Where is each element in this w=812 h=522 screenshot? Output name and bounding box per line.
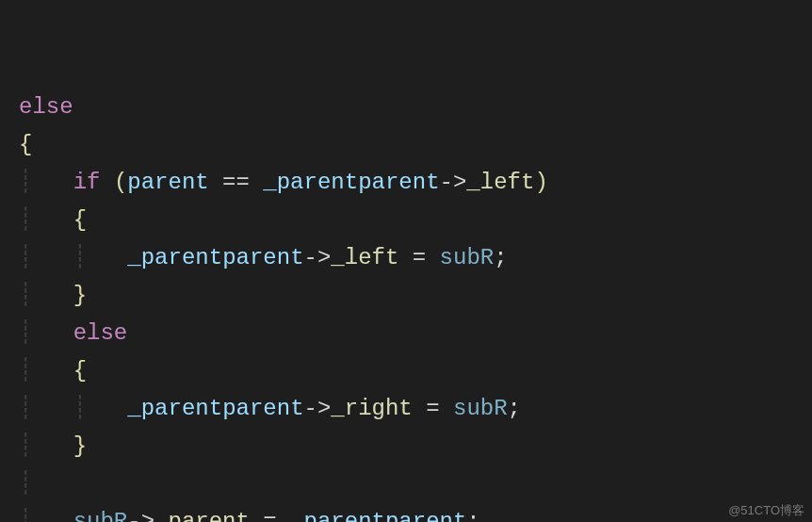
code-token: _left: [331, 245, 398, 270]
code-token: =: [398, 245, 439, 270]
code-token: [100, 170, 113, 195]
code-token: _parentparent: [290, 509, 466, 522]
code-line: {: [19, 126, 812, 164]
code-token: ==: [209, 170, 264, 195]
code-token: subR: [73, 509, 128, 522]
code-token: (: [114, 170, 127, 195]
code-token: }: [73, 433, 87, 459]
code-token: =: [250, 509, 290, 522]
code-token: else: [73, 320, 128, 346]
code-token: else: [19, 94, 73, 120]
code-token: {: [19, 132, 32, 157]
code-line: ┊ else: [19, 315, 812, 352]
code-token: ->: [440, 170, 467, 195]
indent-guide: ┊: [19, 283, 73, 308]
code-token: }: [73, 283, 87, 308]
code-line: ┊ {: [19, 352, 812, 390]
code-token: _parentparent: [127, 245, 303, 270]
code-token: ): [534, 170, 547, 195]
code-token: =: [413, 396, 453, 421]
code-line: ┊: [19, 465, 812, 503]
code-line: ┊ subR->_parent = _parentparent;: [19, 503, 812, 522]
code-line: ┊ }: [19, 277, 812, 315]
code-line: ┊ if (parent == _parentparent->_left): [19, 164, 812, 202]
code-token: _right: [331, 396, 412, 421]
code-line: ┊ }: [19, 428, 812, 465]
code-token: ->: [304, 396, 332, 421]
indent-guide: ┊: [19, 509, 73, 522]
indent-guide: ┊: [19, 207, 73, 233]
indent-guide: ┊: [19, 471, 32, 497]
code-token: subR: [453, 396, 508, 421]
code-token: ;: [494, 245, 507, 270]
indent-guide: ┊: [19, 320, 73, 346]
code-token: _parentparent: [127, 396, 303, 421]
code-token: ;: [466, 509, 479, 522]
code-token: subR: [440, 245, 495, 270]
indent-guide: ┊: [19, 358, 73, 383]
code-token: parent: [127, 170, 208, 195]
code-token: _parentparent: [263, 170, 439, 195]
indent-guide: ┊: [19, 170, 73, 195]
indent-guide: ┊: [19, 433, 73, 459]
code-token: ->: [127, 509, 154, 522]
code-token: {: [73, 358, 87, 383]
code-line: else: [19, 89, 812, 126]
code-line: ┊ {: [19, 202, 812, 239]
code-token: ;: [508, 396, 521, 421]
indent-guide: ┊ ┊: [19, 396, 127, 421]
code-token: {: [73, 207, 87, 233]
code-token: if: [73, 170, 101, 195]
indent-guide: ┊ ┊: [19, 245, 127, 270]
code-token: _left: [466, 170, 534, 195]
watermark: @51CTO博客: [728, 504, 804, 516]
code-block: else{┊ if (parent == _parentparent->_lef…: [0, 0, 812, 522]
code-line: ┊ ┊ _parentparent->_right = subR;: [19, 390, 812, 428]
code-token: ->: [304, 245, 332, 270]
code-line: ┊ ┊ _parentparent->_left = subR;: [19, 239, 812, 277]
code-token: _parent: [154, 509, 250, 522]
